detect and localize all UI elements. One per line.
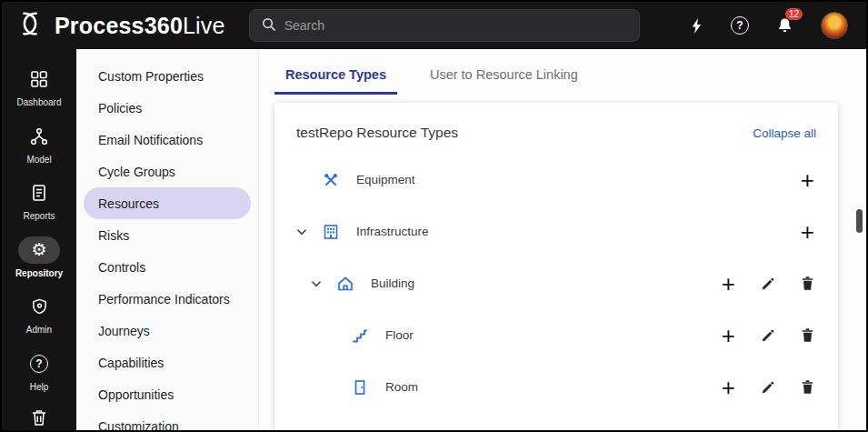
- sidebar-item-label: Dashboard: [17, 97, 62, 107]
- infrastructure-icon: [322, 223, 340, 241]
- subnav-capabilities[interactable]: Capabilities: [84, 347, 251, 378]
- sidebar-item-admin[interactable]: Admin: [2, 286, 76, 343]
- question-glyph: ?: [30, 355, 48, 373]
- tree-row-floor: Floor +: [296, 309, 816, 361]
- sidebar-item-dashboard[interactable]: Dashboard: [2, 58, 76, 116]
- row-actions: +: [722, 275, 816, 293]
- gear-glyph: ⚙: [31, 241, 46, 258]
- sidebar-item-label: Admin: [26, 325, 52, 335]
- tree-node-label: Room: [385, 380, 418, 394]
- subnav-controls[interactable]: Controls: [84, 251, 251, 283]
- add-resource-type-button[interactable]: +: [722, 327, 735, 345]
- add-resource-type-button[interactable]: +: [722, 378, 735, 397]
- brand-title-bold: Process360: [55, 13, 183, 38]
- row-actions: +: [801, 223, 816, 241]
- edit-pencil-icon[interactable]: [761, 328, 775, 343]
- repository-gear-icon: ⚙: [18, 236, 59, 264]
- building-house-icon: [336, 275, 354, 293]
- subnav-performance-indicators[interactable]: Performance Indicators: [84, 283, 251, 315]
- help-circle-icon: ?: [17, 350, 61, 377]
- edit-pencil-icon[interactable]: [761, 380, 775, 395]
- subnav-risks[interactable]: Risks: [84, 219, 251, 251]
- sidebar-item-model[interactable]: Model: [2, 116, 76, 173]
- delete-trash-icon[interactable]: [801, 276, 814, 291]
- help-icon[interactable]: ?: [731, 16, 749, 35]
- room-door-icon: [351, 378, 369, 397]
- model-icon: [17, 123, 61, 150]
- app-logo-icon: [15, 8, 45, 43]
- tree-row-infrastructure: Infrastructure +: [296, 206, 816, 257]
- subnav-policies[interactable]: Policies: [84, 92, 251, 124]
- topbar-actions: ? 12: [690, 12, 853, 39]
- add-resource-type-button[interactable]: +: [801, 223, 814, 241]
- user-avatar[interactable]: [821, 12, 848, 39]
- subnav-journeys[interactable]: Journeys: [84, 315, 251, 347]
- tree-row-equipment: Equipment +: [296, 154, 816, 206]
- collapse-all-link[interactable]: Collapse all: [753, 126, 816, 140]
- resource-types-card: testRepo Resource Types Collapse all Equ…: [274, 103, 838, 432]
- sidebar-item-label: Repository: [15, 268, 63, 278]
- search-input[interactable]: [284, 18, 628, 33]
- sidebar-item-repository[interactable]: ⚙ Repository: [2, 229, 76, 286]
- subnav-custom-properties[interactable]: Custom Properties: [84, 60, 251, 92]
- sidebar-trash-icon[interactable]: [31, 408, 47, 430]
- subnav-customization[interactable]: Customization: [84, 410, 251, 430]
- add-resource-type-button[interactable]: +: [801, 171, 814, 189]
- tab-user-resource-linking[interactable]: User to Resource Linking: [419, 60, 589, 95]
- add-resource-type-button[interactable]: +: [722, 275, 735, 293]
- reports-icon: [17, 179, 61, 206]
- delete-trash-icon[interactable]: [801, 327, 814, 343]
- dashboard-icon: [17, 65, 61, 93]
- card-title: testRepo Resource Types: [296, 125, 458, 141]
- search-bar[interactable]: [249, 9, 640, 42]
- top-bar: Process360Live ? 12: [2, 2, 866, 49]
- tree-row-room: Room +: [296, 361, 816, 413]
- sidebar-item-help[interactable]: ? Help: [2, 343, 76, 400]
- sidebar-item-label: Model: [26, 155, 51, 165]
- tree-row-building: Building +: [296, 257, 816, 309]
- quick-actions-icon[interactable]: [690, 17, 703, 35]
- sidebar-item-reports[interactable]: Reports: [2, 172, 76, 229]
- tab-bar: Resource Types User to Resource Linking: [274, 60, 841, 95]
- subnav-resources[interactable]: Resources: [84, 187, 251, 219]
- search-icon: [261, 16, 276, 35]
- brand-title: Process360Live: [55, 13, 225, 39]
- row-actions: +: [801, 171, 816, 189]
- brand: Process360Live: [15, 8, 225, 43]
- edit-pencil-icon[interactable]: [761, 276, 775, 291]
- equipment-icon: [322, 171, 340, 189]
- floor-stairs-icon: [351, 327, 369, 345]
- row-actions: +: [722, 327, 816, 345]
- sidebar-item-label: Reports: [23, 211, 55, 221]
- sidebar-item-label: Help: [30, 382, 49, 392]
- subnav-email-notifications[interactable]: Email Notifications: [84, 124, 251, 156]
- chevron-down-icon[interactable]: [311, 278, 336, 289]
- chevron-down-icon[interactable]: [296, 226, 322, 237]
- delete-trash-icon[interactable]: [801, 379, 814, 395]
- row-actions: +: [722, 378, 816, 397]
- tab-resource-types[interactable]: Resource Types: [274, 60, 397, 95]
- primary-sidebar: Dashboard Model Reports: [2, 49, 76, 430]
- content-area: Dashboard Model Reports: [2, 49, 866, 430]
- app-window: Process360Live ? 12: [0, 0, 868, 432]
- vertical-scrollbar-thumb[interactable]: [856, 209, 863, 233]
- admin-shield-icon: [18, 293, 61, 320]
- card-header: testRepo Resource Types Collapse all: [296, 125, 816, 141]
- tree-node-label: Floor: [385, 328, 414, 342]
- main-panel: Resource Types User to Resource Linking …: [259, 49, 866, 430]
- notifications-bell-icon[interactable]: 12: [776, 16, 793, 35]
- notification-count-badge: 12: [785, 8, 803, 20]
- subnav-opportunities[interactable]: Opportunities: [84, 378, 251, 410]
- tree-node-label: Building: [371, 276, 414, 290]
- tree-node-label: Infrastructure: [356, 225, 429, 238]
- tree-node-label: Equipment: [356, 173, 415, 186]
- brand-title-light: Live: [183, 13, 225, 38]
- secondary-sidebar: Custom Properties Policies Email Notific…: [76, 49, 259, 430]
- subnav-cycle-groups[interactable]: Cycle Groups: [84, 156, 251, 187]
